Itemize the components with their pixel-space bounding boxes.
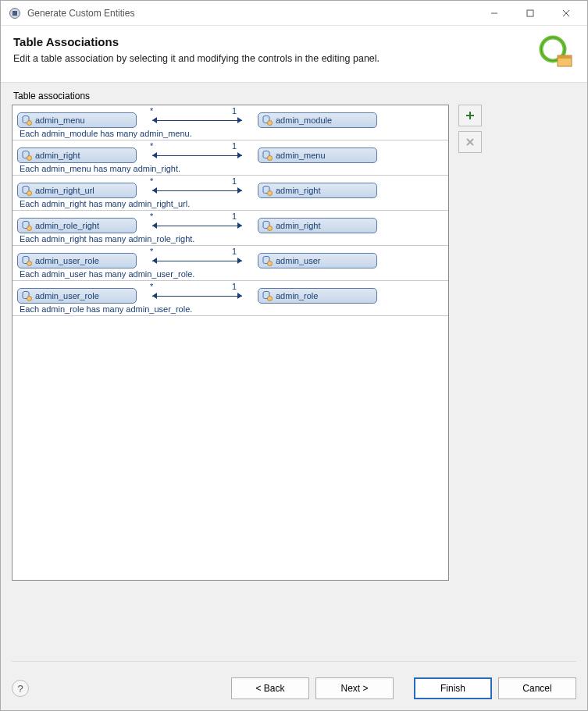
association-description: Each admin_menu has many admin_right.	[20, 164, 444, 173]
table-chip-left[interactable]: admin_user_role	[17, 288, 137, 304]
table-icon	[21, 115, 32, 126]
table-name-right: admin_role	[276, 291, 318, 300]
table-icon	[262, 185, 273, 196]
association-description: Each admin_user has many admin_user_role…	[20, 269, 444, 279]
maximize-button[interactable]	[512, 2, 548, 25]
svg-point-19	[27, 191, 32, 196]
association-connector	[152, 218, 242, 233]
wizard-footer: ? < Back Next > Finish Cancel	[1, 667, 587, 710]
table-name-left: admin_right	[35, 151, 80, 160]
table-icon	[21, 255, 32, 266]
window-title: Generate Custom Entities	[27, 8, 476, 19]
svg-point-11	[27, 121, 32, 126]
svg-rect-3	[527, 10, 533, 16]
svg-point-17	[268, 156, 273, 161]
svg-point-21	[268, 191, 273, 196]
dialog-window: Generate Custom Entities Table Associati…	[0, 0, 588, 711]
table-icon	[262, 290, 273, 301]
close-button[interactable]	[548, 2, 584, 25]
association-description: Each admin_module has many admin_menu.	[20, 129, 444, 138]
table-icon	[262, 220, 273, 231]
table-chip-right[interactable]: admin_right	[258, 183, 377, 198]
table-chip-left[interactable]: admin_role_right	[17, 218, 137, 233]
table-name-right: admin_right	[276, 186, 320, 195]
svg-rect-9	[558, 55, 572, 59]
table-name-right: admin_module	[276, 116, 332, 125]
svg-point-33	[268, 297, 273, 301]
svg-point-13	[268, 121, 273, 126]
remove-association-button	[458, 131, 482, 153]
table-name-left: admin_user_role	[35, 291, 99, 300]
association-connector	[152, 288, 242, 304]
association-description: Each admin_role has many admin_user_role…	[20, 304, 444, 314]
add-association-button[interactable]	[458, 105, 482, 126]
association-item[interactable]: *1admin_menuadmin_moduleEach admin_modul…	[12, 105, 448, 140]
table-icon	[262, 115, 273, 126]
association-connector	[152, 183, 242, 198]
associations-panel[interactable]: *1admin_menuadmin_moduleEach admin_modul…	[12, 105, 449, 581]
page-title: Table Associations	[13, 35, 529, 48]
association-item[interactable]: *1admin_user_roleadmin_userEach admin_us…	[12, 246, 448, 281]
table-icon	[21, 290, 32, 301]
wizard-header: Table Associations Edit a table associat…	[1, 26, 587, 83]
svg-point-29	[268, 261, 273, 266]
table-chip-right[interactable]: admin_user	[258, 253, 377, 268]
association-connector	[152, 253, 242, 268]
table-chip-right[interactable]: admin_role	[258, 288, 377, 304]
page-subtitle: Edit a table association by selecting it…	[13, 53, 529, 64]
table-name-right: admin_user	[276, 256, 320, 265]
association-item[interactable]: *1admin_rightadmin_menuEach admin_menu h…	[12, 140, 448, 176]
table-chip-right[interactable]: admin_right	[258, 218, 377, 233]
association-description: Each admin_right has many admin_right_ur…	[20, 199, 444, 208]
wizard-body: Table associations *1admin_menuadmin_mod…	[1, 83, 587, 667]
association-connector	[152, 112, 242, 128]
association-connector	[152, 148, 242, 163]
table-chip-left[interactable]: admin_menu	[17, 112, 137, 128]
table-icon	[21, 185, 32, 196]
svg-point-31	[27, 297, 32, 301]
svg-point-23	[27, 226, 32, 231]
cancel-button[interactable]: Cancel	[498, 677, 576, 699]
finish-button[interactable]: Finish	[414, 677, 492, 699]
table-icon	[262, 255, 273, 266]
svg-point-15	[27, 156, 32, 161]
separator	[12, 661, 576, 662]
wizard-banner-icon	[536, 34, 575, 73]
association-item[interactable]: *1admin_user_roleadmin_roleEach admin_ro…	[12, 281, 448, 316]
titlebar: Generate Custom Entities	[1, 1, 587, 26]
table-name-left: admin_role_right	[35, 221, 99, 230]
table-chip-left[interactable]: admin_right	[17, 148, 137, 163]
association-item[interactable]: *1admin_right_urladmin_rightEach admin_r…	[12, 176, 448, 211]
table-icon	[21, 220, 32, 231]
table-chip-left[interactable]: admin_user_role	[17, 253, 137, 268]
table-name-right: admin_right	[276, 221, 320, 230]
association-item[interactable]: *1admin_role_rightadmin_rightEach admin_…	[12, 211, 448, 246]
minimize-button[interactable]	[476, 2, 512, 25]
help-button[interactable]: ?	[12, 680, 29, 697]
association-description: Each admin_right has many admin_role_rig…	[20, 234, 444, 244]
table-chip-right[interactable]: admin_menu	[258, 148, 377, 163]
back-button[interactable]: < Back	[231, 677, 309, 699]
app-icon	[9, 7, 21, 20]
table-icon	[262, 150, 273, 161]
table-name-left: admin_right_url	[35, 186, 94, 195]
table-name-left: admin_menu	[35, 116, 85, 125]
next-button[interactable]: Next >	[315, 677, 394, 699]
table-name-left: admin_user_role	[35, 256, 99, 265]
table-chip-left[interactable]: admin_right_url	[17, 183, 137, 198]
table-icon	[21, 150, 32, 161]
svg-rect-1	[12, 11, 17, 16]
table-name-right: admin_menu	[276, 151, 326, 160]
svg-point-27	[27, 261, 32, 266]
section-label: Table associations	[13, 91, 576, 101]
svg-point-25	[268, 226, 273, 231]
table-chip-right[interactable]: admin_module	[258, 112, 377, 128]
